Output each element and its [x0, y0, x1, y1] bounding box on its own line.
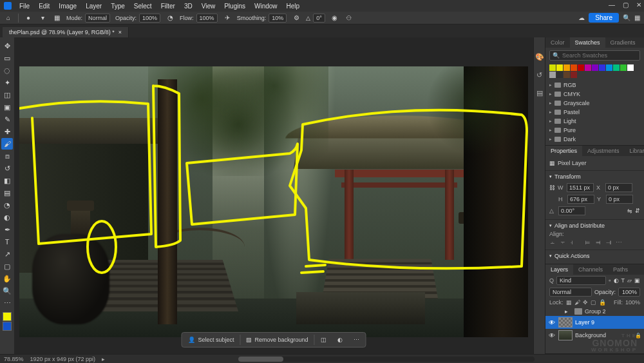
menu-edit[interactable]: Edit: [35, 1, 53, 11]
swatch-folder-pure[interactable]: Pure: [545, 126, 644, 135]
tab-patterns[interactable]: Patterns: [641, 37, 644, 48]
swatch-folder-pastel[interactable]: Pastel: [545, 108, 644, 117]
visibility-icon[interactable]: 👁: [548, 332, 556, 339]
tool-path[interactable]: ↗: [1, 248, 13, 260]
brush-picker-icon[interactable]: ▾: [38, 14, 47, 23]
filter-type-icon[interactable]: T: [621, 277, 625, 284]
transform-x[interactable]: [605, 183, 632, 192]
align-header[interactable]: Align and Distribute: [549, 222, 640, 229]
swatch-3[interactable]: [571, 64, 577, 71]
menu-file[interactable]: File: [15, 1, 33, 11]
link-icon[interactable]: ⛓: [549, 184, 555, 191]
menu-layer[interactable]: Layer: [82, 1, 106, 11]
align-more-icon[interactable]: ⋯: [616, 239, 622, 246]
align-top-icon[interactable]: ⫢: [585, 239, 591, 246]
filter-pixel-icon[interactable]: ▫: [609, 277, 611, 284]
foreground-color[interactable]: [3, 312, 12, 321]
tool-lasso[interactable]: ◌: [1, 64, 13, 76]
tab-swatches[interactable]: Swatches: [570, 37, 605, 48]
transform-w[interactable]: [567, 183, 594, 192]
lock-trans-icon[interactable]: ▦: [566, 299, 572, 306]
align-right-icon[interactable]: ⫞: [570, 239, 573, 246]
menu-help[interactable]: Help: [283, 1, 304, 11]
tab-paths[interactable]: Paths: [608, 264, 633, 275]
tool-dodge[interactable]: ◐: [1, 211, 13, 223]
menu-filter[interactable]: Filter: [157, 1, 179, 11]
layer-filter[interactable]: Kind: [556, 276, 606, 285]
swatch-0[interactable]: [549, 64, 556, 71]
mode-dropdown[interactable]: Normal: [85, 14, 110, 23]
flow-value[interactable]: 100%: [196, 14, 218, 23]
filter-smart-icon[interactable]: ▣: [634, 277, 640, 284]
tab-libraries[interactable]: Libraries: [625, 146, 644, 156]
symmetry-icon[interactable]: ⦵: [345, 14, 354, 23]
tool-stamp[interactable]: ⧈: [1, 150, 13, 162]
menu-view[interactable]: View: [198, 1, 220, 11]
tool-move[interactable]: ✥: [1, 40, 13, 52]
tool-pen[interactable]: ✒: [1, 224, 13, 235]
tool-heal[interactable]: ✚: [1, 126, 13, 137]
tool-history[interactable]: ↺: [1, 162, 13, 174]
lock-nest-icon[interactable]: ▢: [591, 299, 596, 306]
tool-type[interactable]: T: [1, 236, 13, 248]
search-icon[interactable]: 🔍: [623, 14, 630, 21]
swatch-folder-light[interactable]: Light: [545, 117, 644, 126]
swatch-folder-cmyk[interactable]: CMYK: [545, 90, 644, 99]
tool-crop[interactable]: ◫: [1, 89, 13, 101]
workspace-icon[interactable]: ▦: [634, 14, 640, 21]
quick-actions-header[interactable]: Quick Actions: [549, 253, 640, 259]
remove-background-button[interactable]: ▧Remove background: [241, 334, 313, 346]
swatch-5[interactable]: [585, 64, 591, 71]
swatch-13[interactable]: [556, 72, 563, 78]
canvas[interactable]: [19, 66, 528, 337]
window-minimize[interactable]: —: [609, 1, 615, 8]
opacity-value[interactable]: 100%: [139, 14, 160, 23]
history-panel-icon[interactable]: ↺: [535, 71, 544, 80]
swatch-12[interactable]: [549, 72, 556, 78]
home-icon[interactable]: ⌂: [4, 14, 13, 23]
swatch-folder-rgb[interactable]: RGB: [545, 81, 644, 90]
swatch-8[interactable]: [606, 64, 612, 71]
lock-paint-icon[interactable]: 🖌: [574, 299, 580, 306]
tool-hand[interactable]: ✋: [1, 273, 13, 284]
swatch-11[interactable]: [627, 64, 634, 71]
tool-edit-toolbar[interactable]: ⋯: [1, 297, 13, 309]
tool-zoom[interactable]: 🔍: [1, 285, 13, 297]
menu-plugins[interactable]: Plugins: [220, 1, 249, 11]
swatch-7[interactable]: [599, 64, 605, 71]
swatch-folder-dark[interactable]: Dark: [545, 135, 644, 144]
swatch-search[interactable]: 🔍Search Swatches: [549, 50, 640, 61]
status-chevron-icon[interactable]: ▸: [102, 356, 105, 362]
tool-blur[interactable]: ◔: [1, 199, 13, 211]
angle-value[interactable]: 0°: [313, 14, 325, 23]
flip-h-icon[interactable]: ⇋: [627, 208, 632, 214]
transform-header[interactable]: Transform: [549, 173, 640, 180]
lock-all-icon[interactable]: 🔒: [599, 299, 606, 306]
tab-channels[interactable]: Channels: [573, 264, 608, 275]
filter-shape-icon[interactable]: ▱: [627, 277, 632, 284]
tab-gradients[interactable]: Gradients: [605, 37, 641, 48]
horizontal-scrollbar[interactable]: [238, 357, 535, 362]
libraries-panel-icon[interactable]: ▤: [535, 89, 544, 98]
swatch-1[interactable]: [556, 64, 563, 71]
more-icon[interactable]: ⋯: [348, 334, 365, 346]
tool-frame[interactable]: ▣: [1, 101, 13, 113]
transform-icon[interactable]: ◫: [316, 334, 332, 346]
swatch-14[interactable]: [564, 72, 570, 78]
tool-eyedrop[interactable]: ✎: [1, 113, 13, 125]
window-maximize[interactable]: ▢: [623, 1, 629, 8]
window-close[interactable]: ✕: [636, 1, 641, 8]
visibility-icon[interactable]: 👁: [548, 319, 556, 326]
fill-value[interactable]: 100%: [625, 299, 640, 306]
pressure-size-icon[interactable]: ◉: [330, 14, 339, 23]
filter-adj-icon[interactable]: ◐: [614, 277, 619, 284]
adjustments-icon[interactable]: ◐: [332, 334, 348, 346]
tab-close-icon[interactable]: ×: [118, 29, 122, 35]
layer-row[interactable]: ▸ Group 2: [545, 307, 644, 316]
document-tab[interactable]: thePlan.psd @ 78.9% (Layer 9, RGB/8) * ×: [3, 27, 129, 37]
layer-name[interactable]: Layer 9: [575, 319, 641, 326]
menu-select[interactable]: Select: [130, 1, 156, 11]
swatch-2[interactable]: [564, 64, 570, 71]
zoom-level[interactable]: 78.85%: [4, 356, 24, 362]
smoothing-gear-icon[interactable]: ⚙: [292, 14, 301, 23]
